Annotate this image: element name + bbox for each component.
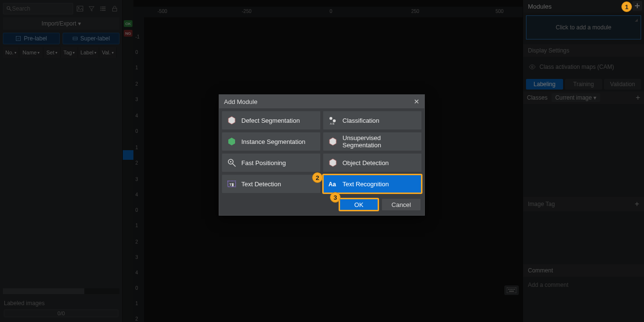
module-option-unsupervised-segmentation[interactable]: Unsupervised Segmentation xyxy=(323,132,421,151)
unsupervised-segmentation-icon xyxy=(328,137,338,146)
module-option-label: Instance Segmentation xyxy=(241,138,305,145)
module-option-label: Text Recognition xyxy=(342,180,389,188)
add-module-dialog: Add Module ✕ Defect SegmentationA BClass… xyxy=(219,94,425,216)
svg-marker-26 xyxy=(228,138,235,145)
module-option-defect-segmentation[interactable]: Defect Segmentation xyxy=(222,111,320,129)
module-option-object-detection[interactable]: Object Detection xyxy=(323,154,421,172)
defect-segmentation-icon xyxy=(227,116,237,125)
module-option-label: Object Detection xyxy=(342,159,389,167)
svg-marker-31 xyxy=(329,159,336,167)
svg-line-30 xyxy=(233,164,236,167)
text-recognition-icon: Aa xyxy=(328,179,338,189)
module-option-text-detection[interactable]: T▮Text Detection xyxy=(222,175,320,193)
svg-point-23 xyxy=(329,117,332,120)
svg-marker-22 xyxy=(228,116,235,124)
svg-text:T▮: T▮ xyxy=(229,182,234,187)
cancel-button[interactable]: Cancel xyxy=(382,199,421,210)
svg-marker-27 xyxy=(329,138,336,145)
module-option-label: Classification xyxy=(342,117,380,124)
dialog-title: Add Module xyxy=(224,98,257,105)
ok-button[interactable]: OK xyxy=(340,199,378,210)
classification-icon: A B xyxy=(328,116,338,125)
svg-text:Aa: Aa xyxy=(329,181,336,188)
module-option-instance-segmentation[interactable]: Instance Segmentation xyxy=(222,132,320,151)
callout-1: 1 xyxy=(621,1,632,12)
module-option-label: Fast Positioning xyxy=(241,159,286,167)
instance-segmentation-icon xyxy=(227,137,237,146)
module-option-fast-positioning[interactable]: Fast Positioning xyxy=(222,154,320,172)
module-option-label: Text Detection xyxy=(241,180,281,188)
fast-positioning-icon xyxy=(227,158,237,167)
object-detection-icon xyxy=(328,158,338,167)
module-option-label: Defect Segmentation xyxy=(241,117,300,124)
callout-3: 3 xyxy=(330,192,341,203)
module-option-label: Unsupervised Segmentation xyxy=(342,134,417,149)
svg-text:A  B: A B xyxy=(330,122,334,125)
close-icon[interactable]: ✕ xyxy=(414,98,420,105)
module-option-classification[interactable]: A BClassification xyxy=(323,111,421,129)
callout-2: 2 xyxy=(312,172,323,183)
text-detection-icon: T▮ xyxy=(227,179,237,189)
module-option-text-recognition[interactable]: AaText Recognition xyxy=(323,175,421,193)
svg-point-29 xyxy=(230,161,232,163)
